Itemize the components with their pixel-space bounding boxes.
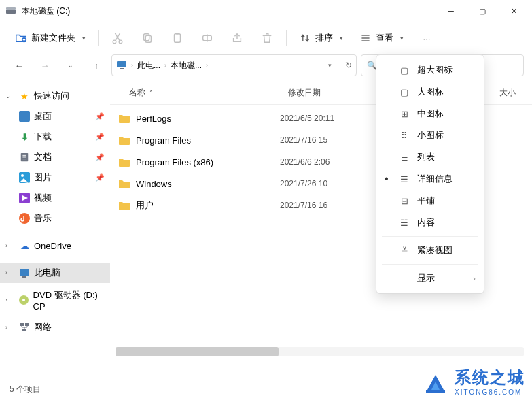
view-button[interactable]: 查看 ▾ bbox=[353, 26, 410, 50]
sort-button[interactable]: 排序 ▾ bbox=[292, 26, 350, 50]
star-icon: ★ bbox=[19, 90, 30, 101]
paste-icon bbox=[171, 32, 183, 44]
view-menu-tiles[interactable]: ⊟平铺 bbox=[380, 190, 480, 212]
sidebar-network[interactable]: ›网络 bbox=[0, 317, 110, 337]
disc-icon bbox=[18, 295, 29, 305]
chevron-right-icon[interactable]: › bbox=[5, 269, 15, 276]
chevron-right-icon[interactable]: › bbox=[5, 297, 14, 303]
svg-rect-26 bbox=[22, 276, 26, 278]
more-button[interactable]: ··· bbox=[413, 26, 440, 50]
folder-icon bbox=[118, 134, 130, 146]
sidebar-onedrive[interactable]: ›☁OneDrive bbox=[0, 235, 110, 256]
view-menu-details[interactable]: •☰详细信息 bbox=[380, 168, 480, 190]
breadcrumb-dropdown[interactable]: ▾ bbox=[328, 62, 332, 69]
picture-icon bbox=[19, 172, 30, 183]
download-icon: ⬇ bbox=[19, 131, 30, 142]
item-count: 5 个项目 bbox=[10, 384, 41, 395]
scrollbar-thumb[interactable] bbox=[116, 347, 279, 356]
view-menu-small[interactable]: ⠿小图标 bbox=[380, 124, 480, 146]
network-icon bbox=[19, 322, 30, 333]
back-button[interactable]: ← bbox=[8, 54, 30, 76]
svg-rect-5 bbox=[144, 34, 149, 41]
breadcrumb-seg2[interactable]: 本地磁... bbox=[171, 60, 202, 71]
view-menu-large[interactable]: ▢大图标 bbox=[380, 81, 480, 103]
sidebar-item-videos[interactable]: 视频 bbox=[0, 188, 110, 208]
breadcrumb[interactable]: › 此电... › 本地磁... › ▾ ↻ bbox=[111, 54, 357, 76]
folder-icon bbox=[118, 178, 130, 190]
checked-icon: • bbox=[385, 173, 391, 185]
breadcrumb-separator: › bbox=[131, 62, 133, 69]
svg-rect-1 bbox=[6, 7, 16, 10]
delete-button[interactable] bbox=[253, 26, 281, 50]
sidebar-quick-access[interactable]: ⌄ ★ 快速访问 bbox=[0, 86, 110, 106]
sidebar-item-downloads[interactable]: ⬇下载📌 bbox=[0, 127, 110, 147]
sidebar-this-pc[interactable]: ›此电脑 bbox=[0, 263, 110, 283]
sidebar-label: DVD 驱动器 (D:) CP bbox=[33, 289, 105, 312]
rename-icon bbox=[201, 32, 213, 44]
view-menu-medium[interactable]: ⊞中图标 bbox=[380, 103, 480, 124]
sidebar-item-music[interactable]: 音乐 bbox=[0, 208, 110, 229]
close-button[interactable]: ✕ bbox=[498, 0, 529, 22]
grid-icon: ▢ bbox=[398, 65, 410, 76]
view-menu-list[interactable]: ≣列表 bbox=[380, 146, 480, 168]
refresh-button[interactable]: ↻ bbox=[345, 61, 352, 70]
sidebar-label: 快速访问 bbox=[34, 90, 69, 102]
chevron-right-icon[interactable]: › bbox=[5, 324, 15, 331]
breadcrumb-separator: › bbox=[164, 62, 166, 69]
chevron-down-icon[interactable]: ⌄ bbox=[5, 93, 15, 99]
share-button[interactable] bbox=[224, 26, 251, 50]
horizontal-scrollbar[interactable] bbox=[116, 347, 524, 356]
window-title: 本地磁盘 (C:) bbox=[22, 5, 436, 17]
maximize-button[interactable]: ▢ bbox=[467, 0, 498, 22]
pin-icon: 📌 bbox=[95, 133, 105, 141]
toolbar-divider bbox=[286, 30, 287, 46]
forward-button[interactable]: → bbox=[34, 54, 56, 76]
column-name[interactable]: 名称˄ bbox=[110, 82, 280, 104]
file-name: 用户 bbox=[136, 199, 154, 212]
sidebar-item-documents[interactable]: 文档📌 bbox=[0, 147, 110, 167]
svg-rect-31 bbox=[22, 329, 26, 331]
breadcrumb-seg1[interactable]: 此电... bbox=[137, 60, 160, 71]
window-controls: ─ ▢ ✕ bbox=[436, 0, 529, 22]
chevron-down-icon: ▾ bbox=[82, 35, 86, 41]
cut-button[interactable] bbox=[104, 26, 131, 50]
watermark-logo-icon bbox=[422, 368, 449, 395]
svg-point-24 bbox=[19, 213, 30, 224]
grid-icon: ⊞ bbox=[398, 109, 410, 119]
breadcrumb-separator: › bbox=[206, 62, 208, 69]
view-icon bbox=[359, 32, 372, 44]
new-folder-icon bbox=[15, 32, 27, 44]
up-button[interactable]: ↑ bbox=[86, 54, 107, 76]
folder-icon bbox=[118, 199, 130, 212]
sidebar-item-pictures[interactable]: 图片📌 bbox=[0, 167, 110, 188]
rename-button[interactable] bbox=[194, 26, 221, 50]
chevron-right-icon[interactable]: › bbox=[5, 242, 15, 249]
svg-rect-30 bbox=[25, 323, 29, 326]
new-folder-button[interactable]: 新建文件夹 ▾ bbox=[8, 26, 92, 50]
view-menu-content[interactable]: ☱内容 bbox=[380, 212, 480, 233]
view-menu-extra-large[interactable]: ▢超大图标 bbox=[380, 59, 480, 81]
music-icon bbox=[19, 213, 30, 224]
drive-icon bbox=[5, 5, 16, 16]
chevron-down-icon: ▾ bbox=[400, 35, 404, 41]
sidebar-item-desktop[interactable]: 桌面📌 bbox=[0, 106, 110, 127]
minimize-button[interactable]: ─ bbox=[436, 0, 467, 22]
column-date[interactable]: 修改日期 bbox=[280, 82, 382, 104]
svg-point-22 bbox=[21, 174, 24, 177]
file-date: 2021/6/6 2:06 bbox=[280, 157, 382, 167]
sidebar-item-label: 视频 bbox=[34, 192, 52, 204]
copy-icon bbox=[141, 32, 154, 44]
new-folder-label: 新建文件夹 bbox=[31, 32, 75, 44]
view-menu-show[interactable]: 显示› bbox=[380, 267, 480, 289]
column-size[interactable]: 大小 bbox=[491, 82, 532, 104]
paste-button[interactable] bbox=[164, 26, 191, 50]
compact-icon: ≚ bbox=[398, 246, 410, 256]
svg-point-3 bbox=[113, 40, 116, 44]
copy-button[interactable] bbox=[134, 26, 161, 50]
svg-rect-25 bbox=[20, 269, 29, 276]
view-menu-compact[interactable]: ≚紧凑视图 bbox=[380, 239, 480, 261]
sidebar-dvd[interactable]: ›DVD 驱动器 (D:) CP bbox=[0, 290, 110, 310]
watermark-sub: XITONG86.COM bbox=[455, 388, 525, 396]
pin-icon: 📌 bbox=[95, 153, 105, 162]
nav-chevron-down[interactable]: ⌄ bbox=[60, 54, 82, 76]
